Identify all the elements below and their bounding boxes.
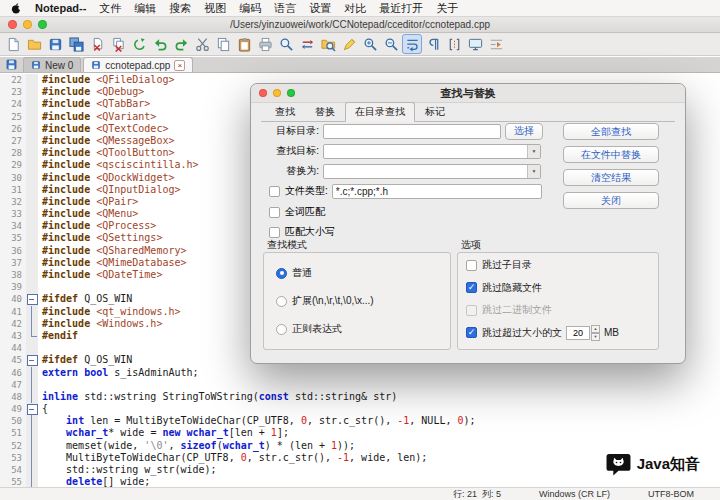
preview-button[interactable]: [465, 34, 485, 54]
option-row: ✓跳过超过大小的文▲▼MB: [466, 326, 650, 340]
line-number: 49: [0, 403, 26, 415]
choose-directory-button[interactable]: 选择: [505, 123, 543, 140]
whole-word-checkbox[interactable]: [269, 207, 280, 218]
redo-button[interactable]: [171, 34, 191, 54]
fold-marker-icon[interactable]: [26, 293, 38, 305]
dialog-tab[interactable]: 标记: [415, 102, 455, 121]
fold-gutter: [26, 257, 38, 269]
replace-button[interactable]: [297, 34, 317, 54]
undo-button[interactable]: [150, 34, 170, 54]
menu-item[interactable]: 文件: [99, 1, 121, 16]
menu-item[interactable]: 语言: [274, 1, 296, 16]
reload-file-button[interactable]: [129, 34, 149, 54]
new-file-button[interactable]: [3, 34, 23, 54]
code-text: {: [38, 403, 48, 415]
radio-button[interactable]: [276, 296, 287, 307]
dialog-zoom-button[interactable]: [287, 89, 295, 97]
checkbox[interactable]: [466, 260, 477, 271]
apple-menu-icon[interactable]: [10, 2, 22, 15]
close-all-button[interactable]: [108, 34, 128, 54]
replace-with-combobox[interactable]: ▼: [323, 164, 541, 179]
paste-button[interactable]: [234, 34, 254, 54]
radio-label: 扩展(\n,\r,\t,\0,\x...): [292, 294, 374, 308]
editor-tab[interactable]: ccnotepad.cpp×: [83, 57, 193, 72]
save-file-button[interactable]: [45, 34, 65, 54]
line-number: 55: [0, 476, 26, 487]
dialog-tab[interactable]: 查找: [265, 102, 305, 121]
close-button[interactable]: 关闭: [563, 192, 659, 209]
java-zhiyin-logo-icon: [606, 453, 631, 476]
close-window-button[interactable]: [8, 20, 17, 29]
tab-list-icon[interactable]: [5, 58, 18, 71]
menu-item[interactable]: 编码: [239, 1, 261, 16]
chevron-down-icon[interactable]: ▼: [527, 145, 540, 158]
encoding[interactable]: UTF8-BOM: [648, 489, 694, 499]
checkbox: [466, 305, 477, 316]
zoom-in-button[interactable]: [360, 34, 380, 54]
open-file-button[interactable]: [24, 34, 44, 54]
mark-button[interactable]: [339, 34, 359, 54]
match-case-checkbox[interactable]: [269, 227, 280, 238]
eol-format[interactable]: Windows (CR LF): [539, 489, 610, 499]
window-titlebar[interactable]: /Users/yinzuowei/work/CCNotepad/cceditor…: [0, 17, 720, 33]
goto-line-button[interactable]: [486, 34, 506, 54]
line-number: 51: [0, 427, 26, 439]
close-tab-icon[interactable]: ×: [174, 60, 185, 71]
close-file-button[interactable]: [87, 34, 107, 54]
code-text: #endif: [38, 330, 78, 342]
code-text: inline std::wstring StringToWString(cons…: [38, 391, 397, 403]
target-directory-input[interactable]: [323, 124, 501, 139]
save-file-icon: [48, 37, 63, 52]
code-line: 46extern bool s_isAdminAuth;: [0, 367, 720, 379]
file-type-input[interactable]: [332, 184, 542, 199]
menu-item[interactable]: 对比: [344, 1, 366, 16]
menu-item[interactable]: 设置: [309, 1, 331, 16]
menu-item[interactable]: 搜索: [169, 1, 191, 16]
search-mode-option: 普通: [276, 266, 438, 280]
replace-icon: [300, 37, 315, 52]
find-target-input[interactable]: [323, 144, 541, 159]
find-button[interactable]: [276, 34, 296, 54]
line-number: 45: [0, 354, 26, 366]
checkbox[interactable]: ✓: [466, 327, 477, 338]
file-type-checkbox[interactable]: [269, 186, 280, 197]
copy-button[interactable]: [213, 34, 233, 54]
cut-button[interactable]: [192, 34, 212, 54]
menu-item[interactable]: 视图: [204, 1, 226, 16]
dialog-minimize-button[interactable]: [273, 89, 281, 97]
column-mode-icon: [447, 37, 462, 52]
editor-tab[interactable]: New 0: [23, 57, 81, 72]
clear-results-button[interactable]: 清空结果: [563, 169, 659, 186]
app-name[interactable]: Notepad--: [35, 2, 86, 14]
word-wrap-button[interactable]: [402, 34, 422, 54]
zoom-out-button[interactable]: [381, 34, 401, 54]
checkbox[interactable]: ✓: [466, 282, 477, 293]
show-symbols-button[interactable]: [423, 34, 443, 54]
watermark: Java知音: [598, 451, 708, 478]
dialog-tab[interactable]: 在目录查找: [345, 102, 415, 122]
save-all-button[interactable]: [66, 34, 86, 54]
zoom-window-button[interactable]: [38, 20, 47, 29]
minimize-window-button[interactable]: [23, 20, 32, 29]
find-target-combobox[interactable]: ▼: [323, 144, 541, 159]
dialog-tab[interactable]: 替换: [305, 102, 345, 121]
column-mode-button[interactable]: [444, 34, 464, 54]
max-size-input[interactable]: [566, 326, 590, 340]
find-all-button[interactable]: 全部查找: [563, 123, 659, 140]
radio-button[interactable]: [276, 268, 287, 279]
fold-marker-icon[interactable]: [26, 354, 38, 366]
menu-item[interactable]: 关于: [436, 1, 458, 16]
fold-marker-icon[interactable]: [26, 403, 38, 415]
cut-icon: [195, 37, 210, 52]
dialog-close-button[interactable]: [259, 89, 267, 97]
replace-with-input[interactable]: [323, 164, 541, 179]
chevron-down-icon[interactable]: ▼: [527, 165, 540, 178]
stepper-icon[interactable]: ▲▼: [591, 325, 600, 340]
radio-button[interactable]: [276, 324, 287, 335]
dialog-titlebar[interactable]: 查找与替换: [251, 84, 685, 103]
print-button[interactable]: [255, 34, 275, 54]
menu-item[interactable]: 最近打开: [379, 1, 423, 16]
replace-in-files-button[interactable]: 在文件中替换: [563, 146, 659, 163]
menu-item[interactable]: 编辑: [134, 1, 156, 16]
find-in-files-button[interactable]: [318, 34, 338, 54]
